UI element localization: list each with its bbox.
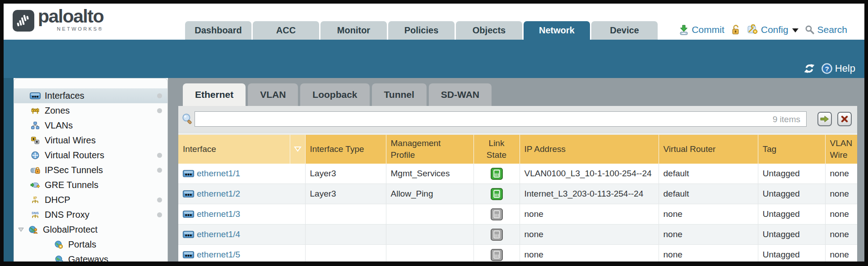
cell-ip-address: Internet_L3_203-0-113-254--24 bbox=[520, 184, 659, 204]
chevron-down-icon bbox=[792, 28, 798, 32]
subtab-ethernet[interactable]: Ethernet bbox=[183, 83, 246, 106]
filter-bar: 9 items bbox=[178, 106, 857, 133]
sidebar-item-label: Portals bbox=[68, 239, 96, 250]
interface-link[interactable]: ethernet1/4 bbox=[197, 229, 240, 239]
app-window: paloalto NETWORKS® DashboardACCMonitorPo… bbox=[4, 4, 864, 261]
tab-label: Ethernet bbox=[195, 89, 233, 100]
col-link-state[interactable]: Link State bbox=[473, 135, 520, 164]
sidebar-item-virtual-routers[interactable]: Virtual Routers bbox=[14, 148, 167, 163]
apply-filter-button[interactable] bbox=[817, 112, 832, 126]
filter-input[interactable] bbox=[195, 111, 807, 127]
table-row: ethernet1/3nonenoneUntaggednone bbox=[178, 204, 857, 225]
tab-label: SD-WAN bbox=[441, 89, 479, 100]
col-interface[interactable]: Interface bbox=[178, 135, 290, 164]
expand-arrow-icon[interactable] bbox=[18, 227, 25, 232]
cell-vlan-virtual-wire: none bbox=[825, 225, 857, 245]
table-row: ethernet1/2Layer3Allow_PingInternet_L3_2… bbox=[178, 184, 857, 204]
cell-management-profile bbox=[386, 225, 473, 245]
item-dot bbox=[157, 93, 162, 98]
sidebar-item-label: GRE Tunnels bbox=[45, 180, 98, 190]
interface-link[interactable]: ethernet1/2 bbox=[197, 189, 240, 198]
commit-button[interactable]: Commit bbox=[678, 24, 724, 35]
cell-link-state bbox=[473, 184, 520, 204]
search-icon bbox=[805, 25, 815, 35]
sidebar-item-label: Interfaces bbox=[45, 91, 84, 101]
sidebar-item-label: DHCP bbox=[45, 195, 70, 205]
cell-interface: ethernet1/2 bbox=[178, 184, 305, 204]
tab-objects[interactable]: Objects bbox=[456, 21, 522, 40]
interface-type-tabs: EthernetVLANLoopbackTunnelSD-WAN bbox=[183, 83, 494, 106]
dns-proxy-icon: DNS bbox=[29, 211, 41, 219]
svg-text:IP: IP bbox=[33, 196, 37, 200]
tab-label: Policies bbox=[404, 25, 439, 36]
tab-acc[interactable]: ACC bbox=[253, 21, 319, 40]
sidebar-item-vlans[interactable]: VLANs bbox=[14, 118, 167, 133]
gateways-icon bbox=[53, 255, 65, 261]
tab-network[interactable]: Network bbox=[524, 21, 590, 40]
lock-icon[interactable] bbox=[731, 24, 741, 35]
cell-vlan-virtual-wire: none bbox=[825, 204, 857, 225]
interface-link[interactable]: ethernet1/1 bbox=[197, 169, 240, 178]
col-tag[interactable]: Tag bbox=[758, 135, 825, 164]
cell-management-profile bbox=[386, 245, 473, 262]
sidebar-item-virtual-wires[interactable]: Virtual Wires bbox=[14, 133, 167, 148]
subtab-loopback[interactable]: Loopback bbox=[300, 83, 369, 106]
cell-interface: ethernet1/5 bbox=[178, 245, 305, 262]
sort-dropdown[interactable] bbox=[290, 135, 305, 164]
col-management-profile[interactable]: Management Profile bbox=[386, 135, 473, 164]
ethernet-panel: 9 items Interface bbox=[178, 106, 857, 261]
filter-magnifier-icon bbox=[182, 113, 193, 127]
sidebar-item-portals[interactable]: Portals bbox=[14, 237, 167, 252]
search-menu[interactable]: Search bbox=[805, 24, 847, 35]
cell-tag: Untagged bbox=[758, 204, 825, 225]
subtab-vlan[interactable]: VLAN bbox=[248, 83, 298, 106]
cell-link-state bbox=[473, 204, 520, 225]
tab-label: Dashboard bbox=[195, 25, 241, 36]
cell-management-profile: Mgmt_Services bbox=[386, 164, 473, 184]
left-gutter bbox=[4, 78, 14, 261]
sidebar-item-globalprotect[interactable]: GlobalProtect bbox=[14, 222, 167, 237]
sidebar-item-ipsec-tunnels[interactable]: IPSec Tunnels bbox=[14, 163, 167, 178]
cell-interface-type bbox=[305, 245, 386, 262]
ethernet-icon bbox=[183, 211, 194, 218]
tab-monitor[interactable]: Monitor bbox=[320, 21, 387, 40]
config-menu[interactable]: Config bbox=[747, 24, 799, 35]
tab-policies[interactable]: Policies bbox=[388, 21, 455, 40]
sidebar-item-interfaces[interactable]: Interfaces bbox=[14, 88, 167, 103]
subtab-sd-wan[interactable]: SD-WAN bbox=[429, 83, 492, 106]
header-actions: Commit Config Search bbox=[678, 24, 847, 35]
cell-virtual-router: default bbox=[659, 184, 758, 204]
tab-label: Network bbox=[539, 25, 575, 36]
interface-link[interactable]: ethernet1/3 bbox=[197, 209, 240, 219]
tab-label: VLAN bbox=[260, 89, 286, 100]
content-area: EthernetVLANLoopbackTunnelSD-WAN 9 items bbox=[168, 78, 864, 261]
cell-ip-address: none bbox=[520, 225, 659, 245]
paloalto-logo: paloalto NETWORKS® bbox=[13, 7, 103, 33]
sidebar-item-label: Gateways bbox=[68, 254, 108, 261]
help-button[interactable]: ? Help bbox=[821, 63, 855, 74]
cell-virtual-router: none bbox=[659, 225, 758, 245]
table-row: ethernet1/1Layer3Mgmt_ServicesVLAN0100_L… bbox=[178, 164, 857, 184]
tab-device[interactable]: Device bbox=[591, 21, 658, 40]
sidebar-item-dns-proxy[interactable]: DNS DNS Proxy bbox=[14, 207, 167, 222]
col-virtual-router[interactable]: Virtual Router bbox=[659, 135, 758, 164]
sidebar-item-dhcp[interactable]: IP DHCP bbox=[14, 193, 167, 207]
brand-subtitle: NETWORKS® bbox=[38, 27, 103, 32]
clear-filter-button[interactable] bbox=[837, 112, 852, 126]
sidebar-item-gre-tunnels[interactable]: GRE Tunnels bbox=[14, 178, 167, 193]
col-vlan-virtual-wire[interactable]: VLAN / V Wire bbox=[825, 135, 857, 164]
sidebar-item-zones[interactable]: Zones bbox=[14, 103, 167, 118]
tab-dashboard[interactable]: Dashboard bbox=[185, 21, 251, 40]
interface-link[interactable]: ethernet1/5 bbox=[197, 250, 240, 259]
refresh-icon[interactable] bbox=[803, 64, 816, 73]
virtual-routers-icon bbox=[29, 151, 41, 160]
commit-label: Commit bbox=[692, 24, 724, 35]
item-dot bbox=[157, 197, 162, 202]
sidebar: Interfaces Zones VLANs Virtual Wires Vir… bbox=[14, 78, 168, 261]
sidebar-item-gateways[interactable]: Gateways bbox=[14, 252, 167, 261]
col-ip-address[interactable]: IP Address bbox=[520, 135, 659, 164]
gre-tunnels-icon bbox=[29, 181, 41, 189]
subtab-tunnel[interactable]: Tunnel bbox=[372, 83, 427, 106]
col-interface-type[interactable]: Interface Type bbox=[305, 135, 386, 164]
svg-text:?: ? bbox=[825, 65, 829, 73]
